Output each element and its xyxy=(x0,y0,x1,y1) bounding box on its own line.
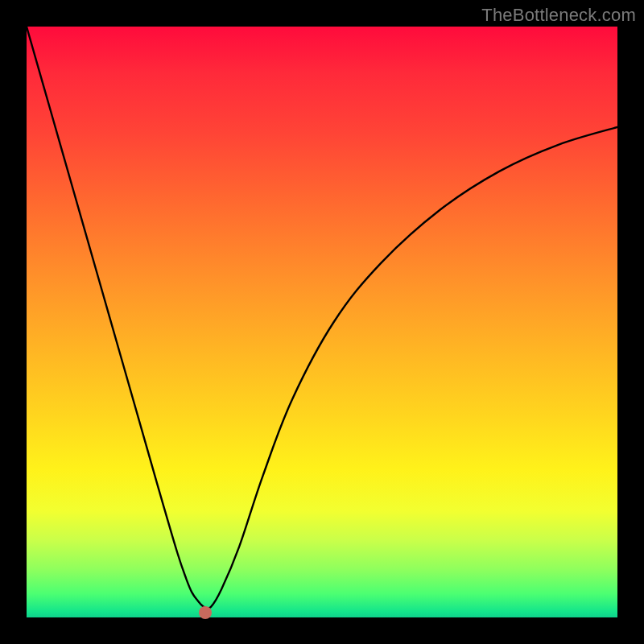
optimal-point-marker xyxy=(199,606,212,619)
watermark-text: TheBottleneck.com xyxy=(481,5,636,26)
chart-plot-area xyxy=(27,27,617,617)
bottleneck-curve xyxy=(27,27,617,617)
chart-frame: TheBottleneck.com xyxy=(0,0,644,644)
